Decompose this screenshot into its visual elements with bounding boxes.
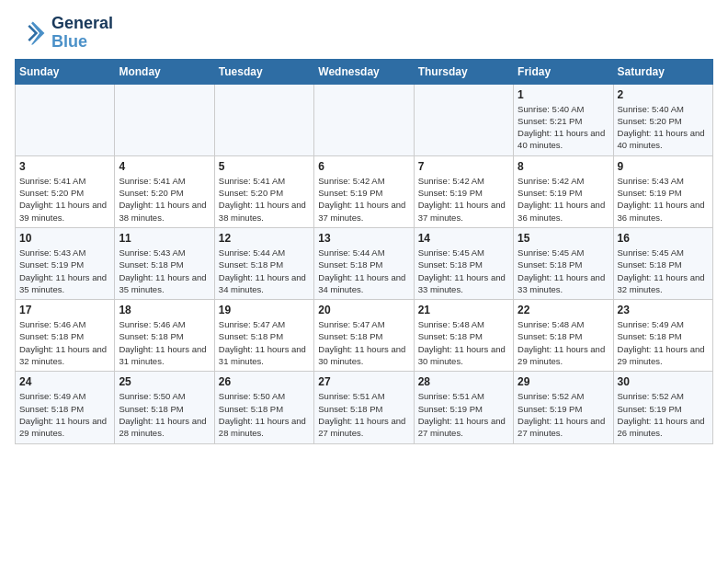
day-number: 9	[618, 160, 709, 173]
weekday-header-row: SundayMondayTuesdayWednesdayThursdayFrid…	[16, 59, 713, 84]
calendar-week-row: 1Sunrise: 5:40 AM Sunset: 5:21 PM Daylig…	[16, 84, 713, 155]
calendar-cell: 11Sunrise: 5:43 AM Sunset: 5:18 PM Dayli…	[115, 227, 214, 299]
day-info: Sunrise: 5:43 AM Sunset: 5:19 PM Dayligh…	[618, 175, 709, 224]
day-info: Sunrise: 5:46 AM Sunset: 5:18 PM Dayligh…	[119, 318, 210, 367]
day-number: 17	[19, 304, 110, 316]
day-info: Sunrise: 5:41 AM Sunset: 5:20 PM Dayligh…	[119, 175, 210, 224]
calendar-cell: 27Sunrise: 5:51 AM Sunset: 5:18 PM Dayli…	[314, 372, 414, 443]
calendar-cell: 14Sunrise: 5:45 AM Sunset: 5:18 PM Dayli…	[414, 227, 513, 299]
calendar-cell: 12Sunrise: 5:44 AM Sunset: 5:18 PM Dayli…	[214, 227, 313, 299]
day-info: Sunrise: 5:41 AM Sunset: 5:20 PM Dayligh…	[19, 175, 110, 224]
day-info: Sunrise: 5:48 AM Sunset: 5:18 PM Dayligh…	[518, 318, 609, 367]
calendar-cell: 13Sunrise: 5:44 AM Sunset: 5:18 PM Dayli…	[314, 227, 414, 299]
day-number: 16	[618, 232, 709, 245]
calendar-week-row: 24Sunrise: 5:49 AM Sunset: 5:18 PM Dayli…	[16, 372, 713, 443]
day-number: 21	[418, 304, 509, 316]
day-number: 5	[219, 160, 310, 173]
day-number: 15	[518, 232, 609, 245]
calendar-cell: 8Sunrise: 5:42 AM Sunset: 5:19 PM Daylig…	[514, 155, 613, 227]
calendar-cell: 25Sunrise: 5:50 AM Sunset: 5:18 PM Dayli…	[115, 372, 214, 443]
header: General Blue	[15, 15, 713, 52]
logo: General Blue	[15, 15, 113, 52]
day-info: Sunrise: 5:52 AM Sunset: 5:19 PM Dayligh…	[618, 390, 709, 439]
day-number: 25	[119, 375, 210, 388]
day-info: Sunrise: 5:45 AM Sunset: 5:18 PM Dayligh…	[618, 247, 709, 295]
calendar-cell: 23Sunrise: 5:49 AM Sunset: 5:18 PM Dayli…	[613, 300, 712, 372]
calendar-cell: 16Sunrise: 5:45 AM Sunset: 5:18 PM Dayli…	[613, 227, 712, 299]
calendar-cell: 26Sunrise: 5:50 AM Sunset: 5:18 PM Dayli…	[214, 372, 313, 443]
day-info: Sunrise: 5:43 AM Sunset: 5:18 PM Dayligh…	[119, 247, 210, 295]
day-info: Sunrise: 5:46 AM Sunset: 5:18 PM Dayligh…	[19, 318, 110, 367]
calendar-cell: 2Sunrise: 5:40 AM Sunset: 5:20 PM Daylig…	[613, 84, 712, 155]
calendar-cell: 22Sunrise: 5:48 AM Sunset: 5:18 PM Dayli…	[514, 300, 613, 372]
day-info: Sunrise: 5:42 AM Sunset: 5:19 PM Dayligh…	[518, 175, 609, 224]
day-number: 27	[318, 375, 409, 388]
day-info: Sunrise: 5:49 AM Sunset: 5:18 PM Dayligh…	[19, 390, 110, 439]
day-info: Sunrise: 5:45 AM Sunset: 5:18 PM Dayligh…	[418, 247, 509, 295]
day-info: Sunrise: 5:41 AM Sunset: 5:20 PM Dayligh…	[219, 175, 310, 224]
day-number: 19	[219, 304, 310, 316]
calendar-cell: 24Sunrise: 5:49 AM Sunset: 5:18 PM Dayli…	[16, 372, 115, 443]
day-info: Sunrise: 5:47 AM Sunset: 5:18 PM Dayligh…	[219, 318, 310, 367]
weekday-header: Thursday	[414, 59, 513, 84]
day-number: 24	[19, 375, 110, 388]
calendar-cell: 9Sunrise: 5:43 AM Sunset: 5:19 PM Daylig…	[613, 155, 712, 227]
calendar-week-row: 17Sunrise: 5:46 AM Sunset: 5:18 PM Dayli…	[16, 300, 713, 372]
day-info: Sunrise: 5:51 AM Sunset: 5:18 PM Dayligh…	[318, 390, 409, 439]
calendar-cell: 7Sunrise: 5:42 AM Sunset: 5:19 PM Daylig…	[414, 155, 513, 227]
day-info: Sunrise: 5:44 AM Sunset: 5:18 PM Dayligh…	[318, 247, 409, 295]
day-number: 29	[518, 375, 609, 388]
day-info: Sunrise: 5:52 AM Sunset: 5:19 PM Dayligh…	[518, 390, 609, 439]
day-info: Sunrise: 5:42 AM Sunset: 5:19 PM Dayligh…	[418, 175, 509, 224]
calendar-cell	[115, 84, 214, 155]
day-info: Sunrise: 5:51 AM Sunset: 5:19 PM Dayligh…	[418, 390, 509, 439]
weekday-header: Sunday	[16, 59, 115, 84]
calendar-cell	[414, 84, 513, 155]
calendar-cell: 5Sunrise: 5:41 AM Sunset: 5:20 PM Daylig…	[214, 155, 313, 227]
calendar-cell: 6Sunrise: 5:42 AM Sunset: 5:19 PM Daylig…	[314, 155, 414, 227]
day-number: 14	[418, 232, 509, 245]
day-info: Sunrise: 5:45 AM Sunset: 5:18 PM Dayligh…	[518, 247, 609, 295]
day-number: 11	[119, 232, 210, 245]
day-number: 28	[418, 375, 509, 388]
calendar-week-row: 10Sunrise: 5:43 AM Sunset: 5:19 PM Dayli…	[16, 227, 713, 299]
day-number: 26	[219, 375, 310, 388]
day-number: 4	[119, 160, 210, 173]
calendar-cell: 15Sunrise: 5:45 AM Sunset: 5:18 PM Dayli…	[514, 227, 613, 299]
weekday-header: Monday	[115, 59, 214, 84]
calendar-cell: 20Sunrise: 5:47 AM Sunset: 5:18 PM Dayli…	[314, 300, 414, 372]
day-number: 2	[618, 88, 709, 101]
day-number: 6	[318, 160, 409, 173]
day-number: 10	[19, 232, 110, 245]
day-number: 23	[618, 304, 709, 316]
day-info: Sunrise: 5:40 AM Sunset: 5:21 PM Dayligh…	[518, 103, 609, 152]
day-info: Sunrise: 5:49 AM Sunset: 5:18 PM Dayligh…	[618, 318, 709, 367]
weekday-header: Saturday	[613, 59, 712, 84]
calendar-cell: 3Sunrise: 5:41 AM Sunset: 5:20 PM Daylig…	[16, 155, 115, 227]
calendar-cell: 19Sunrise: 5:47 AM Sunset: 5:18 PM Dayli…	[214, 300, 313, 372]
logo-icon	[15, 17, 48, 50]
calendar-cell	[16, 84, 115, 155]
day-info: Sunrise: 5:42 AM Sunset: 5:19 PM Dayligh…	[318, 175, 409, 224]
day-number: 22	[518, 304, 609, 316]
calendar-cell: 17Sunrise: 5:46 AM Sunset: 5:18 PM Dayli…	[16, 300, 115, 372]
day-number: 7	[418, 160, 509, 173]
calendar-cell: 30Sunrise: 5:52 AM Sunset: 5:19 PM Dayli…	[613, 372, 712, 443]
calendar-cell: 21Sunrise: 5:48 AM Sunset: 5:18 PM Dayli…	[414, 300, 513, 372]
day-number: 20	[318, 304, 409, 316]
day-number: 1	[518, 88, 609, 101]
calendar-cell: 28Sunrise: 5:51 AM Sunset: 5:19 PM Dayli…	[414, 372, 513, 443]
day-number: 3	[19, 160, 110, 173]
day-number: 13	[318, 232, 409, 245]
day-info: Sunrise: 5:44 AM Sunset: 5:18 PM Dayligh…	[219, 247, 310, 295]
day-info: Sunrise: 5:47 AM Sunset: 5:18 PM Dayligh…	[318, 318, 409, 367]
calendar-cell: 18Sunrise: 5:46 AM Sunset: 5:18 PM Dayli…	[115, 300, 214, 372]
calendar-cell	[214, 84, 313, 155]
calendar-cell: 1Sunrise: 5:40 AM Sunset: 5:21 PM Daylig…	[514, 84, 613, 155]
day-info: Sunrise: 5:43 AM Sunset: 5:19 PM Dayligh…	[19, 247, 110, 295]
weekday-header: Wednesday	[314, 59, 414, 84]
day-info: Sunrise: 5:40 AM Sunset: 5:20 PM Dayligh…	[618, 103, 709, 152]
calendar-table: SundayMondayTuesdayWednesdayThursdayFrid…	[15, 59, 713, 444]
calendar-week-row: 3Sunrise: 5:41 AM Sunset: 5:20 PM Daylig…	[16, 155, 713, 227]
calendar-cell: 4Sunrise: 5:41 AM Sunset: 5:20 PM Daylig…	[115, 155, 214, 227]
